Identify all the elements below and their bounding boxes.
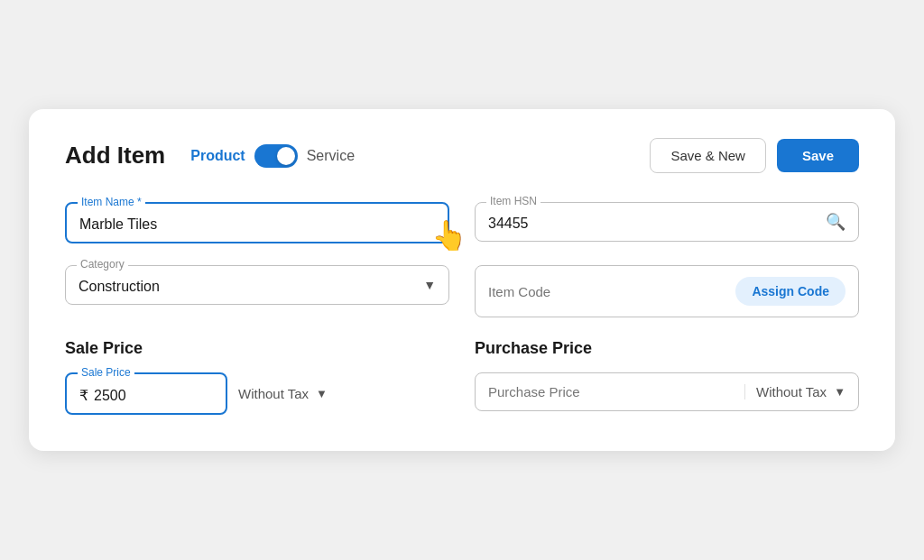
search-icon[interactable]: 🔍	[826, 212, 845, 232]
purchase-price-section: Purchase Price Without Tax ▼	[475, 339, 859, 415]
sale-price-row: Sale Price ₹ Without Tax ▼	[65, 372, 449, 415]
sale-tax-label: Without Tax	[238, 386, 309, 401]
sale-tax-dropdown-arrow-icon: ▼	[316, 387, 328, 400]
form-row-1: Item Name * 👆 Item HSN 🔍	[65, 202, 859, 243]
category-dropdown[interactable]: Category Construction ▼	[65, 265, 449, 305]
item-hsn-label: Item HSN	[486, 195, 541, 207]
product-service-toggle[interactable]	[254, 144, 298, 168]
sale-price-field[interactable]: Sale Price ₹	[65, 372, 227, 415]
add-item-card: Add Item Product Service Save & New Save…	[29, 109, 895, 451]
sale-tax-dropdown[interactable]: Without Tax ▼	[238, 386, 328, 401]
save-button[interactable]: Save	[777, 139, 859, 172]
sale-price-input[interactable]	[94, 388, 166, 404]
item-name-container: Item Name * 👆	[65, 202, 449, 243]
item-hsn-field[interactable]: Item HSN 🔍	[475, 202, 859, 242]
item-name-input[interactable]	[79, 216, 435, 233]
purchase-tax-dropdown[interactable]: Without Tax ▼	[744, 384, 845, 399]
sale-price-title: Sale Price	[65, 339, 449, 358]
purchase-price-title: Purchase Price	[475, 339, 859, 358]
save-new-button[interactable]: Save & New	[650, 138, 766, 173]
category-dropdown-arrow-icon: ▼	[423, 278, 436, 292]
item-code-field[interactable]: Assign Code	[475, 265, 859, 317]
sale-price-label: Sale Price	[78, 366, 134, 379]
form-row-2: Category Construction ▼ Assign Code	[65, 265, 859, 317]
product-service-toggle-group: Product Service	[190, 144, 355, 168]
toggle-thumb	[277, 147, 295, 165]
purchase-tax-label: Without Tax	[756, 384, 827, 399]
sale-price-section: Sale Price Sale Price ₹ Without Tax ▼	[65, 339, 449, 415]
price-sections: Sale Price Sale Price ₹ Without Tax ▼ Pu…	[65, 339, 859, 415]
item-hsn-col: Item HSN 🔍	[475, 202, 859, 243]
category-col: Category Construction ▼	[65, 265, 449, 317]
category-label: Category	[77, 258, 128, 271]
item-code-col: Assign Code	[475, 265, 859, 317]
purchase-price-input[interactable]	[488, 384, 734, 399]
product-label: Product	[190, 148, 245, 164]
page-title: Add Item	[65, 142, 165, 170]
category-value: Construction	[79, 279, 160, 294]
item-name-field[interactable]: Item Name *	[65, 202, 449, 243]
header-actions: Save & New Save	[650, 138, 859, 173]
item-code-input[interactable]	[488, 284, 725, 299]
item-hsn-input[interactable]	[488, 216, 818, 232]
currency-symbol: ₹	[79, 387, 88, 404]
assign-code-button[interactable]: Assign Code	[735, 277, 845, 306]
purchase-tax-dropdown-arrow-icon: ▼	[834, 385, 845, 399]
item-name-label: Item Name *	[78, 196, 145, 208]
header: Add Item Product Service Save & New Save	[65, 138, 859, 173]
item-name-col: Item Name * 👆	[65, 202, 449, 243]
purchase-price-row[interactable]: Without Tax ▼	[475, 372, 859, 411]
service-label: Service	[307, 148, 355, 164]
